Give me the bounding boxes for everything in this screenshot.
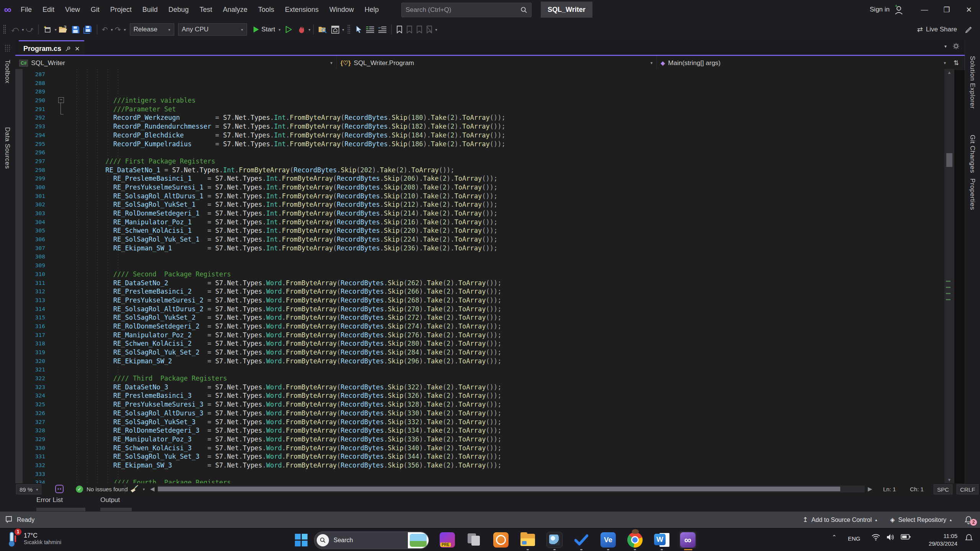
code-text[interactable]: RE_Manipulator_Poz_1 = S7.Net.Types.Int.… [66, 218, 497, 227]
menu-file[interactable]: File [15, 0, 37, 19]
code-text[interactable]: RE_SolSagRol_YukSet_3 = S7.Net.Types.Wor… [66, 418, 501, 427]
line-ending-indicator[interactable]: CRLF [957, 484, 978, 494]
tool-tab-toolbox[interactable]: Toolbox [3, 60, 11, 83]
menu-build[interactable]: Build [137, 0, 163, 19]
menu-help[interactable]: Help [359, 0, 384, 19]
code-text[interactable]: RecordP_Kumpelradius = S7.Net.Types.Int.… [66, 140, 506, 149]
code-text[interactable]: RE_RolDonmeSetdegeri_1 = S7.Net.Types.In… [66, 209, 497, 218]
line-number[interactable]: 315 [15, 313, 48, 322]
line-number[interactable]: 311 [15, 279, 48, 288]
tool-tab-data-sources[interactable]: Data Sources [3, 127, 11, 169]
pre-badged-app-icon[interactable]: PRE [439, 531, 456, 548]
line-number[interactable]: 317 [15, 331, 48, 340]
code-text[interactable]: RE_SolSagRol_Yuk_Set_2 = S7.Net.Types.Wo… [66, 348, 501, 357]
start-without-debug-icon[interactable] [284, 23, 294, 36]
line-number[interactable]: 301 [15, 192, 48, 201]
line-number[interactable]: 295 [15, 140, 48, 149]
horizontal-scrollbar[interactable] [158, 486, 865, 492]
start-button[interactable] [293, 531, 309, 548]
project-dropdown[interactable]: C# SQL_Writer ▾ [15, 56, 337, 70]
visual-studio-taskbar-icon[interactable]: ∞ [679, 531, 696, 548]
code-text[interactable]: RE_RolDonmeSetdegeri_2 = S7.Net.Types.Wo… [66, 322, 501, 331]
code-editor[interactable]: 287288289290 ///intigers vairables291 //… [15, 69, 954, 483]
window-home-icon[interactable] [329, 23, 341, 36]
code-text[interactable]: RE_PreslemeBasinci_2 = S7.Net.Types.Word… [66, 287, 501, 296]
selection-cursor-icon[interactable] [353, 23, 364, 36]
search-highlight-image[interactable] [408, 532, 429, 548]
stacked-windows-app-icon[interactable] [466, 531, 483, 548]
code-text[interactable]: RE_Ekipman_SW_3 = S7.Net.Types.Word.From… [66, 461, 501, 470]
profiler-flame-icon[interactable] [296, 23, 308, 36]
line-number[interactable]: 334 [15, 478, 48, 483]
redo-icon[interactable]: ↷ [113, 23, 123, 36]
line-number[interactable]: 313 [15, 296, 48, 305]
line-number[interactable]: 305 [15, 226, 48, 235]
menu-analyze[interactable]: Analyze [218, 0, 253, 19]
restore-button[interactable]: ❐ [936, 0, 958, 19]
line-number[interactable]: 329 [15, 435, 48, 444]
live-share-button[interactable]: ⇄ Live Share [917, 25, 957, 34]
battery-icon[interactable] [901, 534, 911, 540]
feedback-pen-icon[interactable] [963, 23, 975, 36]
new-project-icon[interactable]: ✦ [41, 23, 54, 36]
start-debug-button[interactable]: Start ▾ [253, 26, 281, 33]
prev-bookmark-icon[interactable] [404, 23, 414, 36]
cleanup-dropdown-icon[interactable]: ▾ [143, 487, 145, 491]
photos-app-icon[interactable] [546, 531, 563, 548]
line-number[interactable]: 294 [15, 131, 48, 140]
code-text[interactable]: RecordP_Werkzeugn = S7.Net.Types.Int.Fro… [66, 113, 506, 122]
line-number[interactable]: 331 [15, 452, 48, 461]
line-number[interactable]: 312 [15, 287, 48, 296]
line-number[interactable]: 319 [15, 348, 48, 357]
member-dropdown[interactable]: ◆ Main(string[] args) ▾ ⇅ [657, 56, 965, 70]
save-all-icon[interactable] [82, 23, 94, 36]
line-number[interactable]: 310 [15, 270, 48, 279]
tool-tab-properties[interactable]: Properties [969, 178, 976, 210]
format-outdent-icon[interactable]: ↩ [376, 23, 389, 36]
configuration-select[interactable]: Release▾ [130, 23, 174, 36]
clock[interactable]: 11:05 29/03/2024 [919, 532, 957, 548]
code-text[interactable]: RE_Schwen_KolAcisi_1 = S7.Net.Types.Int.… [66, 226, 497, 235]
code-text[interactable]: RE_SolSagRol_YukSet_2 = S7.Net.Types.Wor… [66, 313, 501, 322]
line-number[interactable]: 309 [15, 261, 48, 270]
code-text[interactable]: //// Second Package Registers [66, 270, 231, 279]
navigate-forward-icon[interactable]: ⤻ [24, 23, 35, 36]
format-indent-icon[interactable] [364, 23, 376, 36]
line-number[interactable]: 293 [15, 122, 48, 131]
code-text[interactable]: //// First Package Registers [66, 157, 215, 166]
user-account-icon[interactable]: + [893, 4, 904, 15]
pin-tab-icon[interactable] [65, 46, 71, 52]
code-text[interactable]: RE_DataSetNo_1 = S7.Net.Types.Int.FromBy… [66, 166, 455, 175]
scroll-up-icon[interactable]: ▲ [944, 69, 954, 76]
line-number[interactable]: 321 [15, 365, 48, 374]
line-number[interactable]: 326 [15, 409, 48, 418]
line-number[interactable]: 327 [15, 418, 48, 427]
navigate-back-icon[interactable]: ⤺ [9, 23, 21, 36]
zoom-select[interactable]: 89 %▾ [16, 484, 41, 494]
menu-tools[interactable]: Tools [253, 0, 280, 19]
taskbar-search[interactable]: Search [314, 531, 429, 549]
line-number[interactable]: 332 [15, 461, 48, 470]
volume-icon[interactable] [886, 534, 895, 541]
sign-in-button[interactable]: Sign in [870, 6, 890, 13]
undo-icon[interactable]: ↶ [100, 23, 110, 36]
menu-debug[interactable]: Debug [163, 0, 194, 19]
line-number[interactable]: 292 [15, 113, 48, 122]
tab-list-chevron-icon[interactable]: ▾ [944, 44, 947, 49]
collapse-region-icon[interactable]: − [58, 97, 64, 103]
language-indicator[interactable]: ENG [848, 535, 861, 542]
wifi-icon[interactable] [872, 534, 880, 541]
line-number[interactable]: 328 [15, 426, 48, 435]
line-number[interactable]: 291 [15, 105, 48, 114]
tab-error-list[interactable]: Error List [36, 496, 63, 504]
line-number[interactable]: 322 [15, 374, 48, 383]
save-icon[interactable] [70, 23, 82, 36]
code-text[interactable]: RE_SolsagRol_AltDurus_1 = S7.Net.Types.I… [66, 192, 497, 201]
line-number[interactable]: 314 [15, 305, 48, 314]
redo-dropdown-icon[interactable]: ▾ [124, 28, 126, 32]
tab-output[interactable]: Output [100, 496, 120, 504]
code-text[interactable]: RecordP_Blechdicke = S7.Net.Types.Int.Fr… [66, 131, 506, 140]
code-text[interactable]: RE_PresYukselmeSuresi_3 = S7.Net.Types.W… [66, 400, 501, 409]
start-dropdown-icon[interactable]: ▾ [279, 28, 281, 32]
weather-widget-button[interactable]: 1 17°C Sıcaklık tahmini [5, 530, 61, 548]
